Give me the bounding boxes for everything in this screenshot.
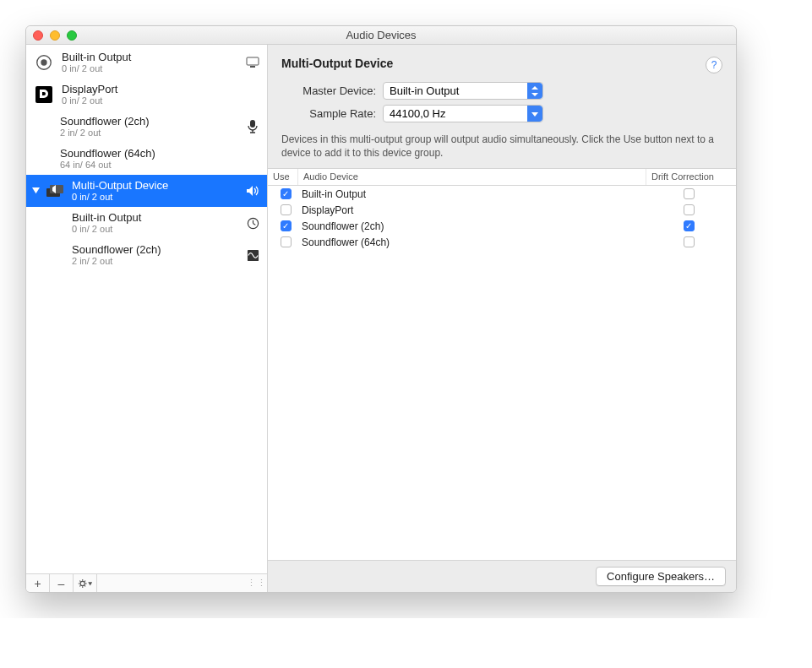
close-button[interactable] xyxy=(33,30,43,41)
device-sub: 64 in/ 64 out xyxy=(60,160,243,171)
chevron-down-icon xyxy=(527,106,542,122)
svg-line-15 xyxy=(253,223,255,225)
use-checkbox[interactable] xyxy=(281,236,292,247)
use-checkbox[interactable] xyxy=(281,188,292,199)
svg-marker-27 xyxy=(531,86,538,90)
hint-text: Devices in this multi-output group will … xyxy=(281,133,722,160)
device-label: Soundflower (64ch) xyxy=(60,147,243,160)
multi-output-icon xyxy=(41,182,67,200)
resize-grip-icon[interactable]: ⋮⋮ xyxy=(247,578,267,589)
chevron-up-down-icon xyxy=(527,83,542,99)
action-menu-button[interactable] xyxy=(74,574,97,593)
row-name: DisplayPort xyxy=(298,204,646,216)
use-checkbox[interactable] xyxy=(281,220,292,231)
speaker-icon xyxy=(31,53,57,72)
sample-rate-label: Sample Rate: xyxy=(281,107,376,120)
window: Audio Devices Built-in Output 0 in/ 2 ou… xyxy=(25,25,737,593)
sidebar: Built-in Output 0 in/ 2 out DisplayPort … xyxy=(26,45,268,592)
device-label: Multi-Output Device xyxy=(72,179,243,193)
svg-line-23 xyxy=(84,585,85,586)
device-soundflower-2ch[interactable]: Soundflower (2ch) 2 in/ 2 out xyxy=(26,111,267,143)
svg-point-1 xyxy=(41,59,46,65)
col-audio-device[interactable]: Audio Device xyxy=(298,169,646,185)
col-drift-correction[interactable]: Drift Correction xyxy=(646,169,736,185)
displayport-icon xyxy=(31,84,57,105)
row-name: Soundflower (2ch) xyxy=(298,220,646,232)
drift-checkbox[interactable] xyxy=(684,188,695,199)
configure-speakers-button[interactable]: Configure Speakers… xyxy=(596,567,726,586)
sample-rate-value: 44100,0 Hz xyxy=(390,107,446,120)
row-name: Built-in Output xyxy=(298,188,646,200)
child-soundflower-2ch[interactable]: Soundflower (2ch) 2 in/ 2 out xyxy=(26,239,267,271)
drift-checkbox[interactable] xyxy=(684,204,695,215)
device-sub: 0 in/ 2 out xyxy=(62,63,243,74)
svg-rect-10 xyxy=(50,185,63,193)
device-list: Built-in Output 0 in/ 2 out DisplayPort … xyxy=(26,45,267,573)
wave-icon xyxy=(243,249,262,262)
monitor-icon xyxy=(243,57,262,68)
traffic-lights xyxy=(33,30,77,41)
panel-title: Multi-Output Device xyxy=(281,57,393,70)
device-soundflower-64ch[interactable]: Soundflower (64ch) 64 in/ 64 out xyxy=(26,143,267,175)
add-device-button[interactable]: + xyxy=(26,574,50,593)
master-device-select[interactable]: Built-in Output xyxy=(383,82,543,100)
table-row[interactable]: Soundflower (64ch) xyxy=(268,234,736,250)
sidebar-footer: + – ⋮⋮ xyxy=(26,573,267,592)
device-multi-output[interactable]: Multi-Output Device 0 in/ 2 out xyxy=(26,175,267,207)
header-block: Multi-Output Device ? Master Device: Bui… xyxy=(268,45,736,169)
svg-marker-29 xyxy=(531,112,538,117)
device-sub: 0 in/ 2 out xyxy=(72,224,243,235)
table-body: Built-in Output DisplayPort Soundflower … xyxy=(268,186,736,560)
use-checkbox[interactable] xyxy=(281,204,292,215)
device-label: Soundflower (2ch) xyxy=(60,115,243,128)
table-header: Use Audio Device Drift Correction xyxy=(268,169,736,186)
svg-rect-3 xyxy=(250,66,255,68)
mic-icon xyxy=(243,120,262,133)
drift-checkbox[interactable] xyxy=(684,236,695,247)
table-row[interactable]: Soundflower (2ch) xyxy=(268,218,736,234)
master-device-label: Master Device: xyxy=(281,84,376,97)
device-label: Built-in Output xyxy=(62,51,243,64)
remove-device-button[interactable]: – xyxy=(50,574,74,593)
row-name: Soundflower (64ch) xyxy=(298,236,646,248)
col-use[interactable]: Use xyxy=(268,169,298,185)
svg-point-17 xyxy=(80,581,84,585)
device-sub: 0 in/ 2 out xyxy=(62,95,243,106)
device-label: Built-in Output xyxy=(72,211,243,225)
svg-marker-12 xyxy=(247,186,253,196)
device-sub: 2 in/ 2 out xyxy=(60,128,243,138)
device-sub: 0 in/ 2 out xyxy=(72,192,243,203)
drift-checkbox[interactable] xyxy=(684,220,695,231)
content: Built-in Output 0 in/ 2 out DisplayPort … xyxy=(26,45,736,592)
main-panel: Multi-Output Device ? Master Device: Bui… xyxy=(268,45,736,592)
svg-marker-26 xyxy=(88,582,92,585)
footer: Configure Speakers… xyxy=(268,560,736,592)
window-title: Audio Devices xyxy=(26,29,736,41)
zoom-button[interactable] xyxy=(67,30,77,41)
svg-marker-8 xyxy=(32,187,40,193)
sample-rate-combo[interactable]: 44100,0 Hz xyxy=(383,105,543,122)
svg-rect-2 xyxy=(247,57,259,65)
device-label: Soundflower (2ch) xyxy=(72,243,243,257)
svg-rect-5 xyxy=(250,120,255,128)
device-sub: 2 in/ 2 out xyxy=(72,256,243,267)
svg-line-25 xyxy=(84,580,85,581)
clock-icon xyxy=(243,217,262,230)
titlebar: Audio Devices xyxy=(26,26,736,45)
minimize-button[interactable] xyxy=(50,30,60,41)
device-label: DisplayPort xyxy=(62,83,243,96)
help-button[interactable]: ? xyxy=(706,57,722,73)
device-displayport[interactable]: DisplayPort 0 in/ 2 out xyxy=(26,79,267,111)
device-built-in-output[interactable]: Built-in Output 0 in/ 2 out xyxy=(26,46,267,79)
svg-line-22 xyxy=(79,580,80,581)
child-built-in-output[interactable]: Built-in Output 0 in/ 2 out xyxy=(26,207,267,239)
svg-rect-4 xyxy=(35,86,52,103)
table-row[interactable]: Built-in Output xyxy=(268,186,736,202)
sound-output-icon xyxy=(243,185,262,197)
disclosure-triangle-icon[interactable] xyxy=(30,187,41,195)
svg-line-24 xyxy=(79,585,80,586)
table-row[interactable]: DisplayPort xyxy=(268,202,736,218)
master-device-value: Built-in Output xyxy=(390,84,459,97)
svg-marker-28 xyxy=(531,93,538,96)
